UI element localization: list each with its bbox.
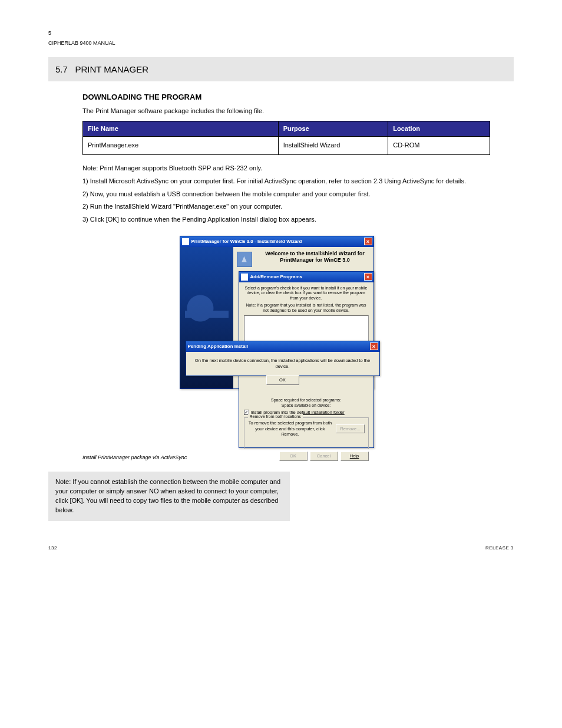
program-list-box[interactable] xyxy=(244,315,369,342)
add-remove-text-1: Select a program's check box if you want… xyxy=(244,286,369,301)
installshield-icon xyxy=(182,238,189,245)
instruction-list: 1) Install Microsoft ActiveSync on your … xyxy=(48,176,514,225)
step-3: 3) Click [OK] to continue when the Pendi… xyxy=(82,215,514,225)
cell-filename: PrintManager.exe xyxy=(83,137,279,154)
section-number: 5.7 xyxy=(55,64,68,74)
note-box: Note: If you cannot establish the connec… xyxy=(48,472,290,521)
ok-button[interactable]: OK xyxy=(279,452,308,460)
page-footer: 132 RELEASE 3 xyxy=(0,545,562,551)
table-header-row: File Name Purpose Location xyxy=(83,121,490,136)
col-filename: File Name xyxy=(83,121,279,136)
wizard-heading: Welcome to the InstallShield Wizard for … xyxy=(257,251,373,264)
table-row: PrintManager.exe InstallShield Wizard CD… xyxy=(83,137,490,154)
installshield-titlebar: PrintManager for WinCE 3.0 - InstallShie… xyxy=(180,236,373,247)
pending-ok-button[interactable]: OK xyxy=(266,375,299,386)
space-required-label: Space required for selected programs: xyxy=(244,398,369,403)
cell-location: CD-ROM xyxy=(388,137,490,154)
step-1: 1) Install Microsoft ActiveSync on your … xyxy=(82,176,514,187)
release-label: RELEASE 3 xyxy=(485,545,514,551)
remove-legend: Remove from both locations xyxy=(248,414,303,420)
help-button[interactable]: Help xyxy=(340,452,369,460)
close-icon[interactable]: × xyxy=(364,273,372,281)
step-2b: 2) Run the InstallShield Wizard "PrintMa… xyxy=(82,202,514,212)
space-available-label: Space available on device: xyxy=(244,403,369,409)
add-remove-text-2: Note: If a program that you installed is… xyxy=(244,303,369,314)
cancel-button[interactable]: Cancel xyxy=(310,452,338,460)
cell-purpose: InstallShield Wizard xyxy=(278,137,388,154)
figure: PrintManager for WinCE 3.0 - InstallShie… xyxy=(48,236,514,448)
add-remove-title: Add/Remove Programs xyxy=(250,274,302,280)
bluetooth-note: Note: Print Manager supports Bluetooth S… xyxy=(48,163,514,173)
section-heading: 5.7 PRINT MANAGER xyxy=(48,57,514,81)
pending-message: On the next mobile device connection, th… xyxy=(186,352,379,374)
add-remove-titlebar: Add/Remove Programs × xyxy=(239,272,373,282)
pending-title: Pending Application Install xyxy=(188,343,248,350)
add-remove-icon xyxy=(241,274,248,281)
pending-titlebar: Pending Application Install × xyxy=(186,341,379,352)
pending-install-window: Pending Application Install × On the nex… xyxy=(186,341,380,376)
doc-title-line: CIPHERLAB 9400 MANUAL xyxy=(48,39,514,47)
chapter-number: 5 xyxy=(48,29,514,37)
step-2a: 2) Now, you must establish a USB connect… xyxy=(82,189,514,200)
remove-fieldset: Remove from both locations To remove the… xyxy=(244,417,369,449)
close-icon[interactable]: × xyxy=(364,238,372,245)
col-location: Location xyxy=(388,121,490,136)
intro-text: The Print Manager software package inclu… xyxy=(48,106,514,116)
subsection-heading: DOWNLOADING THE PROGRAM xyxy=(48,92,514,103)
section-title: PRINT MANAGER xyxy=(75,64,148,74)
remove-text: To remove the selected program from both… xyxy=(248,420,333,437)
remove-button[interactable]: Remove... xyxy=(336,424,364,433)
close-icon[interactable]: × xyxy=(370,342,378,350)
col-purpose: Purpose xyxy=(278,121,388,136)
wizard-app-icon xyxy=(237,252,252,267)
page-number: 132 xyxy=(48,545,57,551)
file-table: File Name Purpose Location PrintManager.… xyxy=(82,121,490,155)
installshield-title: PrintManager for WinCE 3.0 - InstallShie… xyxy=(191,238,302,245)
